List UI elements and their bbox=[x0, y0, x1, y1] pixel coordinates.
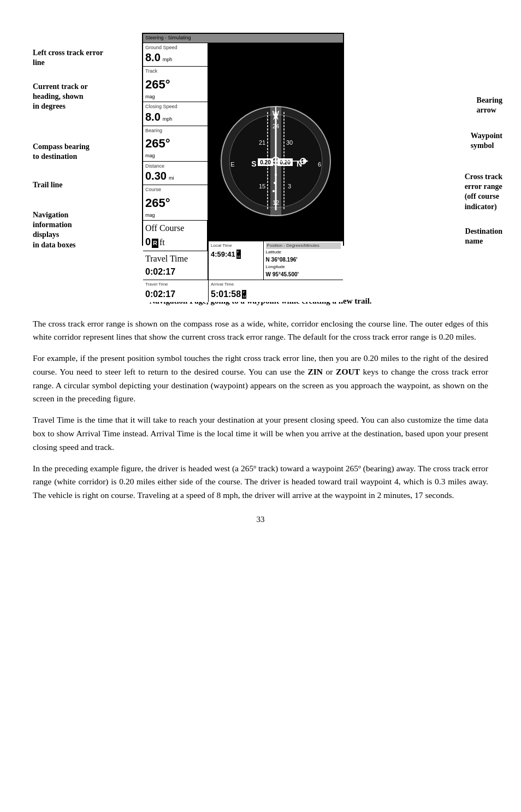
svg-text:0.20: 0.20 bbox=[280, 159, 291, 165]
latitude-value: N 36°08.196' bbox=[266, 256, 341, 264]
course-box: Course 265° mag bbox=[143, 185, 208, 221]
ground-speed-label: Ground Speed bbox=[145, 44, 205, 52]
off-course-unit: ft bbox=[159, 236, 165, 249]
paragraph-4: In the preceding example figure, the dri… bbox=[33, 462, 488, 502]
zout-text: ZOUT bbox=[336, 367, 360, 376]
off-course-travel-row: Off Course 0 R ft bbox=[143, 221, 208, 251]
paragraph-3: Travel Time is the time that it will tak… bbox=[33, 413, 488, 454]
arrival-time-pm: PM bbox=[242, 290, 246, 299]
distance-value: 0.30 bbox=[145, 170, 167, 182]
paragraph-1: The cross track error range is shown on … bbox=[33, 317, 488, 345]
latitude-label: Latitude bbox=[266, 249, 341, 256]
position-box: Position - Degrees/Minutes Latitude N 36… bbox=[264, 241, 343, 280]
svg-text:6: 6 bbox=[318, 161, 321, 168]
svg-text:0.20: 0.20 bbox=[260, 159, 271, 165]
off-course-label: Off Course bbox=[145, 222, 205, 235]
svg-point-29 bbox=[274, 182, 276, 184]
off-course-value: 0 bbox=[145, 235, 151, 250]
label-current-track: Current track orheading, shownin degrees bbox=[33, 82, 88, 112]
local-time-pm: PM bbox=[236, 250, 241, 259]
travel-time-value: 0:02:17 bbox=[145, 267, 175, 276]
distance-label: Distance bbox=[145, 163, 205, 170]
closing-speed-unit: mph bbox=[163, 116, 173, 122]
local-time-label: Local Time bbox=[211, 242, 261, 249]
track-box: Track 265° mag bbox=[143, 67, 208, 102]
position-label: Position - Degrees/Minutes bbox=[266, 242, 341, 249]
bearing-box: Bearing 265° mag bbox=[143, 126, 208, 162]
ground-speed-value: 8.0 bbox=[145, 51, 161, 63]
page-number: 33 bbox=[33, 513, 488, 526]
local-time-value: 4:59:41 bbox=[211, 249, 235, 260]
paragraph-2: For example, if the present position sym… bbox=[33, 352, 488, 406]
travel-arrival-row: Travel Time 0:02:17 Arrival Time 5:01:58… bbox=[143, 280, 343, 302]
label-cross-track: Cross trackerror range(off courseindicat… bbox=[465, 172, 502, 212]
svg-point-28 bbox=[275, 174, 277, 176]
ground-speed-box: Ground Speed 8.0 mph bbox=[143, 43, 208, 67]
travel-time-bottom-value: 0:02:17 bbox=[145, 289, 175, 299]
track-value: 265° bbox=[145, 78, 170, 91]
label-left-cross-track: Left cross track error line bbox=[33, 48, 104, 68]
travel-time-box: Travel Time 0:02:17 bbox=[143, 251, 208, 280]
compass-area: W 24 21 S 15 12 3 N 30 6 E bbox=[209, 43, 343, 280]
closing-speed-value: 8.0 bbox=[145, 111, 161, 123]
bottom-data-row: Local Time 4:59:41 PM Position - Degrees… bbox=[209, 241, 343, 280]
travel-time-bottom-box: Travel Time 0:02:17 bbox=[143, 280, 209, 302]
diagram-area: Left cross track error line Current trac… bbox=[33, 16, 502, 289]
off-course-r: R bbox=[152, 239, 158, 248]
bearing-value: 265° bbox=[145, 137, 170, 150]
course-value: 265° bbox=[145, 196, 170, 210]
label-bearing-arrow: Bearingarrow bbox=[477, 96, 502, 115]
closing-speed-box: Closing Speed 8.0 mph bbox=[143, 102, 208, 126]
arrival-time-value: 5:01:58 bbox=[211, 288, 241, 301]
travel-time-label: Travel Time bbox=[145, 252, 205, 265]
data-column: Ground Speed 8.0 mph Track 265° mag Clos… bbox=[143, 43, 209, 280]
bearing-unit: mag bbox=[145, 152, 205, 160]
gps-device: Steering - Simulating Ground Speed 8.0 m… bbox=[142, 33, 344, 246]
local-time-box: Local Time 4:59:41 PM bbox=[209, 241, 264, 280]
svg-text:15: 15 bbox=[259, 183, 265, 189]
zin-text: ZIN bbox=[308, 367, 323, 376]
svg-text:3: 3 bbox=[288, 183, 291, 189]
label-trail-line: Trail line bbox=[33, 180, 63, 190]
bearing-label: Bearing bbox=[145, 127, 205, 135]
track-label: Track bbox=[145, 68, 205, 75]
travel-time-bottom-label: Travel Time bbox=[145, 281, 206, 288]
label-nav-info: Navigationinformationdisplaysin data box… bbox=[33, 210, 76, 250]
course-unit: mag bbox=[145, 212, 205, 220]
distance-box: Distance 0.30 mi bbox=[143, 162, 208, 186]
course-label: Course bbox=[145, 186, 205, 194]
label-compass-bearing: Compass bearingto destination bbox=[33, 142, 90, 162]
label-destination-name: Destinationname bbox=[465, 227, 502, 246]
distance-unit: mi bbox=[169, 175, 174, 181]
track-unit: mag bbox=[145, 93, 205, 101]
svg-text:30: 30 bbox=[286, 139, 293, 146]
svg-text:21: 21 bbox=[259, 139, 265, 146]
svg-point-30 bbox=[273, 190, 275, 192]
longitude-label: Longitude bbox=[266, 264, 341, 270]
arrival-time-label: Arrival Time bbox=[211, 281, 341, 288]
label-waypoint-symbol: Waypointsymbol bbox=[471, 131, 502, 151]
arrival-time-box: Arrival Time 5:01:58 PM bbox=[209, 280, 343, 302]
compass-svg: W 24 21 S 15 12 3 N 30 6 E bbox=[218, 104, 333, 218]
off-course-box: Off Course 0 R ft bbox=[143, 221, 208, 251]
svg-text:E: E bbox=[230, 161, 234, 168]
longitude-value: W 95°45.500' bbox=[266, 270, 341, 278]
closing-speed-label: Closing Speed bbox=[145, 103, 205, 111]
device-subheader: Steering - Simulating bbox=[143, 34, 343, 43]
svg-text:S: S bbox=[251, 159, 256, 168]
ground-speed-unit: mph bbox=[163, 57, 173, 62]
